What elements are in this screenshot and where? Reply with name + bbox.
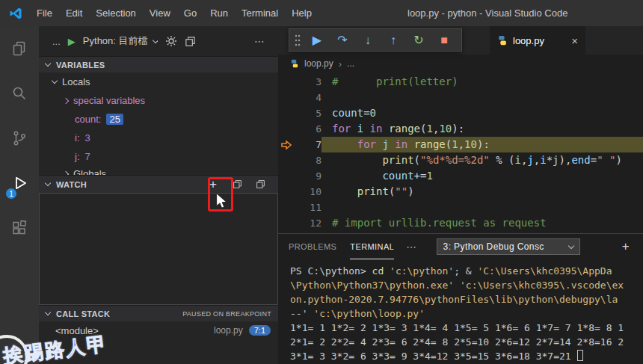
line-number: 10 xyxy=(295,184,322,200)
line-number: 6 xyxy=(295,121,322,137)
code-line-7[interactable]: 7 for j in range(1,10): xyxy=(278,137,643,152)
terminal-content[interactable]: PS C:\python> cd 'c:\python'; & 'C:\User… xyxy=(278,259,643,363)
line-number: 4 xyxy=(295,90,322,105)
view-title-overflow[interactable]: ... xyxy=(52,36,61,47)
vscode-logo-icon xyxy=(9,7,24,20)
special-variables-node[interactable]: special variables xyxy=(39,91,278,110)
breadcrumb-file[interactable]: loop.py xyxy=(304,58,333,69)
menu-go[interactable]: Go xyxy=(177,0,203,26)
chevron-down-icon xyxy=(45,61,51,67)
new-terminal-button[interactable]: + xyxy=(622,239,630,254)
code-line-11[interactable]: 11 xyxy=(278,200,643,215)
start-debug-button[interactable]: ▶ xyxy=(68,36,76,47)
breadcrumb-more[interactable]: ... xyxy=(347,58,354,69)
panel-tab-terminal[interactable]: TERMINAL xyxy=(350,234,394,259)
debug-toolbar-buttons: ▶↷↓↑↻■ xyxy=(304,29,457,51)
run-debug-icon[interactable]: 1 xyxy=(0,168,39,198)
call-stack-title: CALL STACK xyxy=(56,309,110,318)
line-number: 9 xyxy=(295,168,322,184)
code-line-5[interactable]: 5count=0 xyxy=(278,105,643,121)
debug-sidebar: ... ▶ Python: 目前檔 ⋯ VARIABLES Locals spe… xyxy=(39,26,278,364)
step-over-button[interactable]: ↷ xyxy=(330,29,355,51)
variable-row-count[interactable]: count: 25 xyxy=(39,110,278,129)
code-line-9[interactable]: 9 count+=1 xyxy=(278,168,643,184)
call-stack-section-header[interactable]: CALL STACK PAUSED ON BREAKPOINT xyxy=(39,305,278,321)
code-line-8[interactable]: 8 print("%d*%d=%2d" % (i,j,i*j),end=" ") xyxy=(278,152,643,168)
debug-console-dropdown[interactable]: 3: Python Debug Consc xyxy=(437,238,580,255)
debug-sidebar-header: ... ▶ Python: 目前檔 ⋯ xyxy=(39,26,278,56)
window-title: loop.py - python - Visual Studio Code xyxy=(407,0,567,26)
menu-run[interactable]: Run xyxy=(203,0,235,26)
locals-node[interactable]: Locals xyxy=(39,73,278,91)
line-number: 7 xyxy=(295,137,322,152)
toolbar-drag-handle[interactable] xyxy=(294,33,301,48)
chevron-down-icon xyxy=(45,309,51,315)
panel-tab-bar: PROBLEMSTERMINAL ⋯ 3: Python Debug Consc… xyxy=(278,234,643,259)
terminal-line: 2*1= 2 2*2= 4 2*3= 6 2*4= 8 2*5=10 2*6=1… xyxy=(290,335,643,349)
code-line-3[interactable]: 3# print(letter) xyxy=(278,74,643,90)
menu-view[interactable]: View xyxy=(143,0,177,26)
add-watch-expression-button[interactable]: + xyxy=(207,177,219,192)
gutter-glyph xyxy=(278,121,295,137)
stop-button[interactable]: ■ xyxy=(431,29,457,51)
line-number: 8 xyxy=(295,152,322,168)
collapse-all-icon[interactable] xyxy=(233,179,242,189)
code-text: print("") xyxy=(322,184,643,200)
debug-toolbar: ▶↷↓↑↻■ xyxy=(289,28,462,52)
frame-position-badge: 7:1 xyxy=(249,325,271,336)
line-number: 12 xyxy=(295,215,322,231)
code-text xyxy=(322,90,643,105)
bottom-panel: PROBLEMSTERMINAL ⋯ 3: Python Debug Consc… xyxy=(278,233,643,364)
code-text: count+=1 xyxy=(322,168,643,184)
remove-all-watch-icon[interactable] xyxy=(256,179,265,189)
close-tab-icon[interactable]: × xyxy=(571,34,578,47)
terminal-line: PS C:\python> cd 'c:\python'; & 'C:\User… xyxy=(290,264,643,278)
menu-edit[interactable]: Edit xyxy=(59,0,89,26)
gutter-glyph xyxy=(278,74,295,90)
variable-row-i[interactable]: i: 3 xyxy=(39,129,278,147)
tab-loop-py[interactable]: loop.py × xyxy=(490,26,585,55)
step-into-button[interactable]: ↓ xyxy=(355,29,381,51)
debug-config-label: Python: 目前檔 xyxy=(83,34,148,48)
code-text: print("%d*%d=%2d" % (i,j,i*j),end=" ") xyxy=(322,152,643,168)
chevron-right-icon xyxy=(63,97,69,103)
continue-button[interactable]: ▶ xyxy=(304,29,330,51)
menu-selection[interactable]: Selection xyxy=(89,0,142,26)
code-line-10[interactable]: 10 print("") xyxy=(278,184,643,200)
variable-row-j[interactable]: j: 7 xyxy=(39,147,278,166)
menu-help[interactable]: Help xyxy=(285,0,319,26)
code-text: # import urllib.request as request xyxy=(322,215,643,231)
watch-section-header[interactable]: WATCH + xyxy=(39,175,278,193)
panel-more-actions[interactable]: ⋯ xyxy=(406,241,416,253)
watch-actions: + xyxy=(207,177,271,192)
code-editor[interactable]: 3# print(letter)45count=06for i in range… xyxy=(278,73,643,233)
stack-frame-row[interactable]: <module> loop.py 7:1 xyxy=(39,321,278,339)
gutter-glyph xyxy=(278,215,295,231)
extensions-icon[interactable] xyxy=(0,213,39,243)
open-debug-console-icon[interactable] xyxy=(185,36,196,47)
panel-tab-problems[interactable]: PROBLEMS xyxy=(289,234,336,259)
step-out-button[interactable]: ↑ xyxy=(381,29,406,51)
source-control-icon[interactable] xyxy=(0,123,39,153)
panel-tab-strip: PROBLEMSTERMINAL xyxy=(289,234,394,259)
restart-button[interactable]: ↻ xyxy=(406,29,431,51)
more-actions[interactable]: ⋯ xyxy=(254,35,271,47)
special-variables-label: special variables xyxy=(73,95,145,106)
search-icon[interactable] xyxy=(0,78,39,108)
globals-node[interactable]: Globals xyxy=(39,166,278,175)
gutter-glyph xyxy=(278,152,295,168)
code-line-12[interactable]: 12# import urllib.request as request xyxy=(278,215,643,231)
terminal-line: on.python-2020.7.94776\pythonFiles\lib\p… xyxy=(290,292,643,306)
locals-label: Locals xyxy=(62,76,90,87)
console-dropdown-label: 3: Python Debug Consc xyxy=(443,241,544,252)
menu-file[interactable]: File xyxy=(30,0,59,26)
code-line-4[interactable]: 4 xyxy=(278,90,643,105)
terminal-line: --' 'c:\python\loop.py' xyxy=(290,306,643,321)
variables-section-header[interactable]: VARIABLES xyxy=(39,56,278,73)
menu-terminal[interactable]: Terminal xyxy=(235,0,285,26)
debug-config-dropdown[interactable]: Python: 目前檔 xyxy=(83,34,158,48)
gear-icon[interactable] xyxy=(165,35,177,47)
explorer-icon[interactable] xyxy=(0,34,39,64)
gutter-glyph xyxy=(278,184,295,200)
code-line-6[interactable]: 6for i in range(1,10): xyxy=(278,121,643,137)
